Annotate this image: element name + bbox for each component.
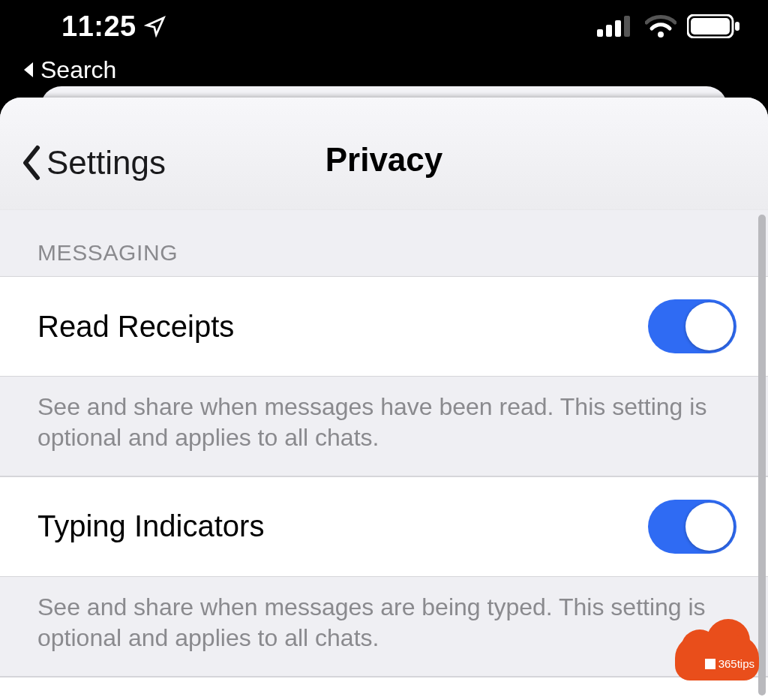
row-label-read-receipts: Read Receipts [38, 310, 234, 344]
device-viewport: 11:25 [0, 0, 768, 700]
cellular-signal-icon [597, 16, 634, 37]
return-to-search[interactable]: Search [0, 53, 768, 87]
status-left: 11:25 [62, 11, 166, 43]
svg-rect-3 [624, 16, 630, 37]
back-triangle-icon [21, 61, 36, 79]
toggle-read-receipts[interactable] [648, 299, 736, 353]
row-footer-typing-indicators: See and share when messages are being ty… [0, 577, 768, 677]
status-bar: 11:25 [0, 0, 768, 53]
return-search-label: Search [40, 56, 116, 84]
row-typing-indicators: Typing Indicators [0, 476, 768, 577]
location-arrow-icon [144, 15, 166, 38]
battery-icon [687, 14, 741, 38]
toggle-knob [686, 302, 734, 350]
section-header-messaging: MESSAGING [0, 210, 768, 276]
settings-sheet: Settings Privacy MESSAGING Read Receipts… [0, 98, 768, 700]
page-title: Privacy [0, 141, 768, 179]
svg-point-4 [658, 32, 664, 38]
svg-rect-2 [615, 20, 621, 37]
toggle-knob [686, 503, 734, 551]
row-read-receipts: Read Receipts [0, 276, 768, 377]
toggle-typing-indicators[interactable] [648, 500, 736, 554]
navigation-bar: Settings Privacy [0, 98, 768, 210]
svg-rect-0 [597, 29, 603, 37]
svg-rect-1 [606, 25, 612, 37]
row-label-typing-indicators: Typing Indicators [38, 509, 264, 543]
settings-content[interactable]: MESSAGING Read Receipts See and share wh… [0, 210, 768, 700]
scrollbar[interactable] [758, 215, 766, 695]
status-right [597, 14, 741, 38]
svg-rect-6 [691, 18, 730, 35]
status-time: 11:25 [62, 11, 136, 43]
wifi-icon [645, 15, 676, 38]
svg-rect-7 [735, 22, 740, 31]
row-link-previews: Generate Link Previews [0, 677, 768, 700]
row-footer-read-receipts: See and share when messages have been re… [0, 377, 768, 476]
